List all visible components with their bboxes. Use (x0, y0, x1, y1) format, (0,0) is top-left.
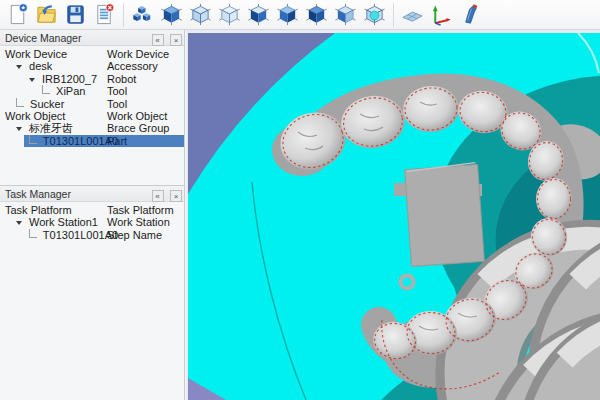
task-manager-panel: Task Manager « × Task Platform Task Plat… (0, 186, 184, 400)
view-cube-transparent-button[interactable] (215, 2, 244, 28)
device-manager-title: Device Manager (5, 32, 150, 44)
panel-collapse-button[interactable]: « (152, 34, 164, 46)
tree-connector-icon (29, 135, 37, 144)
view-cube-solid-button[interactable] (157, 2, 186, 28)
task-manager-title: Task Manager (5, 188, 150, 200)
device-manager-titlebar[interactable]: Device Manager « × (0, 30, 184, 46)
view-cube-sphere-icon (363, 3, 386, 26)
tree-row-sucker[interactable]: Sucker Tool (0, 98, 184, 110)
cutter-tool-button[interactable] (456, 2, 485, 28)
device-manager-panel: Device Manager « × Work Device Work Devi… (0, 30, 184, 186)
tree-connector-icon (16, 98, 24, 107)
view-cube-light-icon (334, 3, 357, 26)
tree-connector-icon (29, 229, 37, 238)
new-document-icon (6, 3, 29, 26)
tree-row-brace-group[interactable]: 标准牙齿 Brace Group (0, 122, 184, 134)
device-manager-tree: Work Device Work Device desk Accessory I… (0, 46, 184, 147)
expand-arrow-icon[interactable] (16, 127, 22, 131)
toolbar-separator (123, 3, 124, 27)
tree-row-work-object[interactable]: Work Object Work Object (0, 110, 184, 122)
main-toolbar (0, 0, 600, 30)
application-window: { "toolbar": { "icons": [ {"name":"new-d… (0, 0, 600, 400)
tree-row-step[interactable]: T01301L001A0 Step Name (0, 229, 184, 241)
tree-connector-icon (42, 85, 50, 94)
view-cube-shaded-button[interactable] (273, 2, 302, 28)
expand-arrow-icon[interactable] (16, 221, 22, 225)
view-cube-sphere-button[interactable] (360, 2, 389, 28)
panel-close-button[interactable]: × (170, 190, 182, 202)
cutter-tool-icon (459, 3, 482, 26)
workplane-button[interactable] (398, 2, 427, 28)
expand-arrow-icon[interactable] (29, 78, 35, 82)
view-cube-halfdark-icon (247, 3, 270, 26)
tree-row-irb1200[interactable]: IRB1200_7 Robot (0, 73, 184, 85)
expand-arrow-icon[interactable] (16, 65, 22, 69)
workplane-icon (401, 3, 424, 26)
left-dock-column: Device Manager « × Work Device Work Devi… (0, 30, 185, 400)
tree-row-work-device[interactable]: Work Device Work Device (0, 48, 184, 60)
panel-close-button[interactable]: × (170, 34, 182, 46)
view-cube-dark-icon (305, 3, 328, 26)
view-cube-transparent-icon (218, 3, 241, 26)
new-document-button[interactable] (3, 2, 32, 28)
tree-row-task-platform[interactable]: Task Platform Task Platform (0, 204, 184, 216)
close-document-icon (93, 3, 116, 26)
view-cube-light-button[interactable] (331, 2, 360, 28)
viewport-3d[interactable] (186, 30, 600, 400)
panel-collapse-button[interactable]: « (152, 190, 164, 202)
task-manager-tree: Task Platform Task Platform Work Station… (0, 202, 184, 241)
blocks-group-button[interactable] (128, 2, 157, 28)
tree-row-xipan[interactable]: XiPan Tool (0, 85, 184, 97)
view-cube-wireframe-icon (189, 3, 212, 26)
tree-row-work-station1[interactable]: Work Station1 Work Station (0, 216, 184, 228)
coordinate-axes-button[interactable] (427, 2, 456, 28)
toolbar-separator (393, 3, 394, 27)
view-cube-wireframe-button[interactable] (186, 2, 215, 28)
tree-row-part-selected[interactable]: T01301L001A0 Part (0, 135, 184, 147)
view-cube-shaded-icon (276, 3, 299, 26)
task-manager-titlebar[interactable]: Task Manager « × (0, 186, 184, 202)
view-cube-dark-button[interactable] (302, 2, 331, 28)
tree-row-desk[interactable]: desk Accessory (0, 60, 184, 72)
open-file-button[interactable] (32, 2, 61, 28)
save-file-button[interactable] (61, 2, 90, 28)
view-cube-solid-icon (160, 3, 183, 26)
save-file-icon (64, 3, 87, 26)
close-document-button[interactable] (90, 2, 119, 28)
blocks-group-icon (131, 3, 154, 26)
open-file-icon (35, 3, 58, 26)
coordinate-axes-icon (430, 3, 453, 26)
viewport-scene (188, 33, 600, 400)
view-cube-halfdark-button[interactable] (244, 2, 273, 28)
